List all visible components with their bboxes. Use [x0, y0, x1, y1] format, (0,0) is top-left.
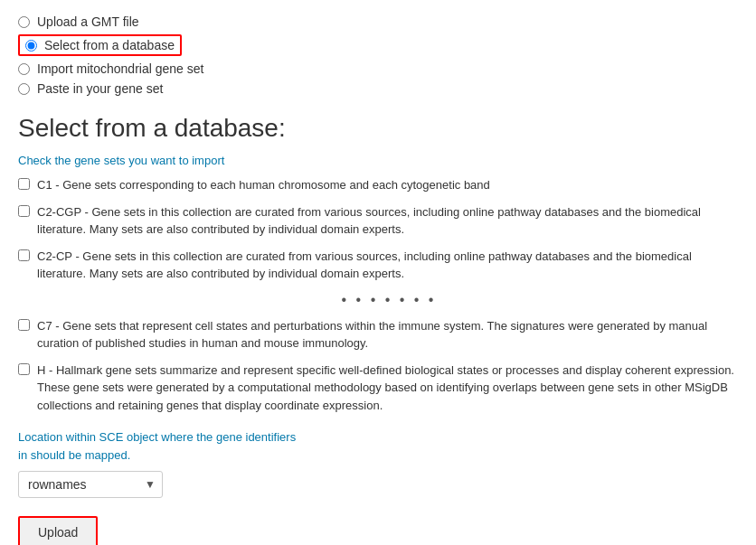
checkbox-item-h: H - Hallmark gene sets summarize and rep…: [18, 362, 738, 415]
radio-upload-gmt[interactable]: Upload a GMT file: [18, 14, 738, 29]
radio-select-database-input[interactable]: [25, 40, 37, 52]
radio-options-group: Upload a GMT file Select from a database…: [18, 14, 738, 96]
radio-upload-gmt-input[interactable]: [18, 16, 30, 28]
radio-upload-gmt-label: Upload a GMT file: [37, 14, 139, 29]
checkbox-c2-cp-label: C2-CP - Gene sets in this collection are…: [37, 248, 738, 283]
checkbox-item-c2-cp: C2-CP - Gene sets in this collection are…: [18, 248, 738, 283]
radio-paste-gene-input[interactable]: [18, 83, 30, 95]
checkbox-h[interactable]: [18, 363, 30, 375]
checkbox-c7[interactable]: [18, 319, 30, 331]
checkbox-c2-cp[interactable]: [18, 249, 30, 261]
radio-paste-gene[interactable]: Paste in your gene set: [18, 81, 738, 96]
checkbox-item-c1: C1 - Gene sets corresponding to each hum…: [18, 176, 738, 194]
radio-import-mito[interactable]: Import mitochondrial gene set: [18, 61, 738, 76]
checkbox-c7-label: C7 - Gene sets that represent cell state…: [37, 317, 738, 352]
radio-import-mito-label: Import mitochondrial gene set: [37, 61, 203, 76]
gene-set-checkbox-list: C1 - Gene sets corresponding to each hum…: [18, 176, 738, 414]
radio-select-database[interactable]: Select from a database: [18, 34, 182, 56]
upload-button[interactable]: Upload: [18, 516, 98, 545]
section-title: Select from a database:: [18, 114, 738, 143]
checkbox-c1-label: C1 - Gene sets corresponding to each hum…: [37, 176, 490, 194]
checkbox-h-label: H - Hallmark gene sets summarize and rep…: [37, 362, 738, 415]
radio-paste-gene-label: Paste in your gene set: [37, 81, 163, 96]
rownames-dropdown[interactable]: rownames colnames: [18, 471, 163, 498]
dropdown-wrapper: rownames colnames ▼: [18, 471, 163, 498]
dropdown-container: rownames colnames ▼: [18, 471, 738, 498]
checkbox-c2-cgp-label: C2-CGP - Gene sets in this collection ar…: [37, 203, 738, 239]
ellipsis-indicator: • • • • • • •: [40, 292, 738, 308]
checkbox-item-c2-cgp: C2-CGP - Gene sets in this collection ar…: [18, 203, 738, 239]
radio-select-database-label: Select from a database: [44, 38, 175, 52]
location-label: Location within SCE object where the gen…: [18, 428, 738, 464]
checkbox-c2-cgp[interactable]: [18, 205, 30, 217]
radio-import-mito-input[interactable]: [18, 63, 30, 75]
checkbox-item-c7: C7 - Gene sets that represent cell state…: [18, 317, 738, 352]
section-subtitle: Check the gene sets you want to import: [18, 154, 738, 167]
checkbox-c1[interactable]: [18, 178, 30, 190]
